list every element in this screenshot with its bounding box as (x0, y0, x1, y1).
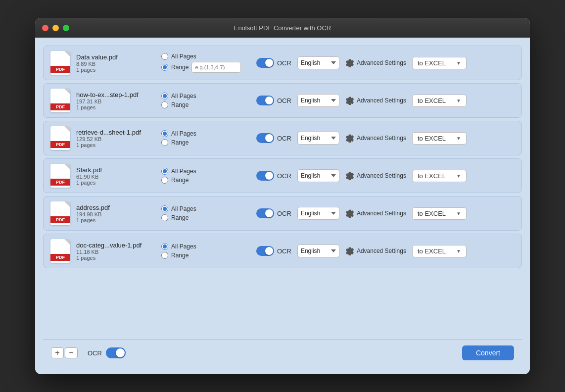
all-pages-label: All Pages (171, 205, 196, 212)
gear-icon (345, 171, 354, 180)
ocr-section: OCR (256, 171, 291, 181)
advanced-settings-button[interactable]: Advanced Settings (345, 246, 406, 255)
language-select[interactable]: English French German Spanish (297, 56, 339, 69)
ocr-toggle[interactable] (256, 208, 274, 218)
file-row: PDF how-to-ex...step-1.pdf 197.31 KB 1 p… (43, 83, 522, 118)
global-ocr-toggle[interactable] (106, 347, 126, 358)
pdf-icon-label: PDF (50, 66, 70, 73)
global-ocr-section: OCR (88, 347, 126, 358)
close-button[interactable] (42, 25, 48, 31)
format-button[interactable]: to EXCEL ▼ (412, 245, 467, 257)
range-radio[interactable] (161, 101, 168, 108)
gear-icon (345, 209, 354, 218)
range-radio[interactable] (161, 214, 168, 221)
all-pages-row: All Pages (161, 130, 250, 137)
format-button[interactable]: to EXCEL ▼ (412, 57, 467, 69)
file-size: 194.98 KB (76, 211, 155, 217)
format-button[interactable]: to EXCEL ▼ (412, 132, 467, 145)
add-file-button[interactable]: + (51, 347, 64, 358)
pdf-icon-label: PDF (50, 141, 70, 148)
all-pages-radio[interactable] (161, 93, 168, 99)
range-row: Range (161, 252, 250, 259)
advanced-settings-button[interactable]: Advanced Settings (345, 134, 406, 143)
ocr-label: OCR (277, 135, 291, 142)
all-pages-radio[interactable] (161, 53, 168, 60)
file-name: address.pdf (76, 204, 155, 211)
advanced-settings-button[interactable]: Advanced Settings (345, 96, 406, 105)
language-select[interactable]: English French German Spanish (297, 207, 339, 220)
language-select[interactable]: English French German Spanish (297, 169, 339, 182)
language-select[interactable]: English French German Spanish (297, 94, 339, 107)
range-radio[interactable] (161, 252, 168, 259)
pdf-icon: PDF (50, 239, 70, 263)
convert-button[interactable]: Convert (462, 345, 514, 360)
advanced-settings-button[interactable]: Advanced Settings (345, 58, 406, 67)
ocr-section: OCR (256, 246, 291, 256)
bottom-bar: + − OCR Convert (43, 339, 522, 366)
format-dropdown-arrow: ▼ (456, 173, 461, 179)
pdf-icon: PDF (50, 201, 70, 225)
range-row: Range (161, 139, 250, 146)
range-input[interactable] (191, 62, 241, 73)
file-name: how-to-ex...step-1.pdf (76, 91, 155, 98)
titlebar: Enolsoft PDF Converter with OCR (35, 18, 530, 38)
file-size: 129.52 KB (76, 136, 155, 142)
range-row: Range (161, 62, 250, 73)
page-options: All Pages Range (161, 53, 250, 73)
page-options: All Pages Range (161, 93, 250, 108)
format-button[interactable]: to EXCEL ▼ (412, 170, 467, 182)
file-row: PDF retrieve-d...sheet-1.pdf 129.52 KB 1… (43, 121, 522, 155)
range-radio[interactable] (161, 64, 168, 71)
format-button[interactable]: to EXCEL ▼ (412, 207, 467, 220)
gear-icon (345, 58, 354, 67)
ocr-toggle[interactable] (256, 246, 274, 256)
all-pages-label: All Pages (171, 168, 196, 175)
format-button[interactable]: to EXCEL ▼ (412, 95, 467, 107)
all-pages-radio[interactable] (161, 130, 168, 137)
maximize-button[interactable] (63, 25, 69, 31)
all-pages-radio[interactable] (161, 243, 168, 250)
range-radio[interactable] (161, 177, 168, 184)
format-label: to EXCEL (418, 172, 446, 180)
pdf-icon-label: PDF (50, 216, 70, 223)
file-name: retrieve-d...sheet-1.pdf (76, 129, 155, 136)
range-radio[interactable] (161, 139, 168, 146)
ocr-section: OCR (256, 96, 291, 105)
file-row: PDF Stark.pdf 61.90 KB 1 pages All Pages… (43, 158, 522, 193)
all-pages-radio[interactable] (161, 205, 168, 212)
advanced-settings-button[interactable]: Advanced Settings (345, 209, 406, 218)
ocr-toggle[interactable] (256, 171, 274, 181)
file-pages: 1 pages (76, 67, 155, 73)
format-label: to EXCEL (418, 135, 446, 142)
advanced-settings-label: Advanced Settings (357, 59, 406, 66)
all-pages-radio[interactable] (161, 168, 168, 175)
language-select[interactable]: English French German Spanish (297, 245, 339, 257)
page-options: All Pages Range (161, 168, 250, 184)
language-select[interactable]: English French German Spanish (297, 132, 339, 145)
page-options: All Pages Range (161, 130, 250, 146)
file-pages: 1 pages (76, 255, 155, 261)
all-pages-row: All Pages (161, 168, 250, 175)
pdf-icon: PDF (50, 89, 70, 112)
page-options: All Pages Range (161, 243, 250, 259)
file-row: PDF address.pdf 194.98 KB 1 pages All Pa… (43, 196, 522, 231)
file-name: doc-categ...value-1.pdf (76, 242, 155, 249)
range-label: Range (171, 252, 188, 259)
remove-file-button[interactable]: − (65, 347, 78, 358)
ocr-toggle[interactable] (256, 96, 274, 105)
pdf-icon-label: PDF (50, 254, 70, 261)
range-row: Range (161, 177, 250, 184)
window-title: Enolsoft PDF Converter with OCR (234, 24, 331, 32)
gear-icon (345, 134, 354, 143)
advanced-settings-label: Advanced Settings (357, 247, 406, 254)
ocr-section: OCR (256, 133, 291, 143)
format-label: to EXCEL (418, 210, 446, 217)
file-pages: 1 pages (76, 104, 155, 110)
advanced-settings-button[interactable]: Advanced Settings (345, 171, 406, 180)
ocr-toggle[interactable] (256, 58, 274, 68)
minimize-button[interactable] (52, 25, 59, 31)
gear-icon (345, 96, 354, 105)
pdf-icon-label: PDF (50, 103, 70, 110)
range-row: Range (161, 214, 250, 221)
ocr-toggle[interactable] (256, 133, 274, 143)
